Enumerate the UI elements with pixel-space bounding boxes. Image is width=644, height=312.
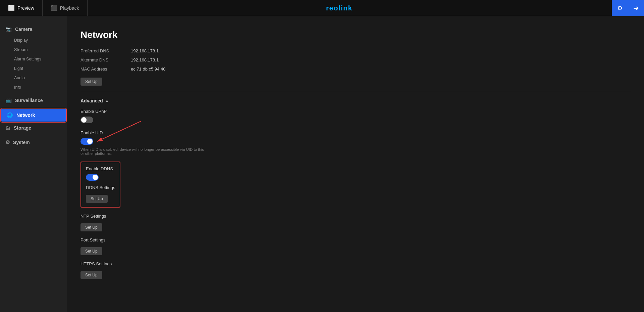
network-label: Network [16, 113, 35, 118]
network-icon: 🌐 [7, 112, 13, 118]
light-label: Light [14, 66, 23, 71]
system-icon: ⚙ [5, 139, 10, 145]
setting-ntp: NTP Settings Set Up [80, 214, 631, 231]
sidebar-surveillance-header[interactable]: 📺 Surveillance [0, 94, 67, 107]
sidebar-section-camera: 📷 Camera Display Stream Alarm Settings L… [0, 23, 67, 92]
advanced-label: Advanced [80, 98, 103, 103]
preferred-dns-label: Preferred DNS [80, 48, 124, 53]
setting-port: Port Settings Set Up [80, 237, 631, 255]
preview-icon: ⬜ [8, 5, 15, 11]
uid-toggle[interactable] [80, 138, 93, 145]
reolink-logo: reolink [326, 3, 373, 13]
preview-tab[interactable]: ⬜ Preview [0, 0, 43, 16]
layout: 📷 Camera Display Stream Alarm Settings L… [0, 16, 644, 312]
ntp-settings-label: NTP Settings [80, 214, 631, 219]
https-settings-label: HTTPS Settings [80, 261, 631, 266]
stream-label: Stream [14, 47, 28, 52]
surveillance-label: Surveillance [15, 98, 43, 103]
preferred-dns-value: 192.168.178.1 [131, 48, 159, 53]
enable-uid-label: Enable UID [80, 130, 631, 135]
mac-address-label: MAC Address [80, 66, 124, 72]
mac-address-row: MAC Address ec:71:db:c5:94:40 [80, 66, 631, 72]
preferred-dns-row: Preferred DNS 192.168.178.1 [80, 48, 631, 53]
page-title: Network [80, 30, 631, 40]
settings-icon: ⚙ [617, 4, 623, 12]
sidebar-system-header[interactable]: ⚙ System [0, 136, 67, 149]
divider-1 [80, 92, 631, 92]
uid-desc: When UID is disabled, device will no lon… [80, 147, 208, 155]
sidebar-storage-header[interactable]: 🗂 Storage [0, 122, 67, 134]
sidebar-section-system: ⚙ System [0, 136, 67, 149]
camera-label: Camera [15, 27, 32, 32]
alternate-dns-row: Alternate DNS 192.168.178.1 [80, 57, 631, 62]
display-label: Display [14, 38, 28, 43]
sidebar-section-surveillance: 📺 Surveillance [0, 94, 67, 107]
sidebar-item-info[interactable]: Info [0, 83, 67, 92]
playback-icon: ⬛ [51, 5, 57, 11]
setting-uid: Enable UID When UID is disabled, device … [80, 130, 631, 155]
topbar-left: ⬜ Preview ⬛ Playback [0, 0, 88, 16]
upnp-toggle[interactable] [80, 117, 93, 123]
port-setup-button[interactable]: Set Up [80, 247, 102, 255]
alternate-dns-value: 192.168.178.1 [131, 57, 159, 62]
enable-upnp-label: Enable UPnP [80, 109, 631, 114]
enable-ddns-label: Enable DDNS [86, 166, 115, 171]
surveillance-icon: 📺 [5, 97, 12, 103]
sidebar-item-light[interactable]: Light [0, 64, 67, 73]
ntp-setup-button[interactable]: Set Up [80, 223, 102, 231]
upnp-toggle-knob [81, 117, 87, 123]
topbar-right: ⚙ ➜ [612, 0, 644, 16]
topbar-logo: reolink [88, 3, 612, 13]
uid-toggle-knob [87, 139, 93, 144]
sidebar-item-display[interactable]: Display [0, 36, 67, 45]
preview-label: Preview [17, 5, 34, 11]
storage-icon: 🗂 [5, 125, 10, 131]
sidebar-section-storage: 🗂 Storage [0, 122, 67, 134]
storage-label: Storage [14, 125, 31, 131]
network-setup-button[interactable]: Set Up [80, 78, 102, 86]
setting-ddns: Enable DDNS [86, 166, 115, 182]
setting-upnp: Enable UPnP [80, 109, 631, 124]
ddns-settings-label: DDNS Settings [86, 185, 115, 190]
playback-label: Playback [60, 5, 79, 11]
sidebar-camera-header[interactable]: 📷 Camera [0, 23, 67, 36]
ddns-toggle-knob [93, 175, 98, 180]
ddns-highlight-box: Enable DDNS DDNS Settings Set Up [80, 162, 120, 208]
ddns-settings-item: DDNS Settings Set Up [86, 185, 115, 203]
audio-label: Audio [14, 76, 25, 80]
mac-address-value: ec:71:db:c5:94:40 [131, 66, 165, 72]
exit-icon: ➜ [633, 4, 639, 12]
advanced-arrow-icon: ▲ [105, 98, 109, 103]
playback-tab[interactable]: ⬛ Playback [43, 0, 88, 16]
camera-icon: 📷 [5, 26, 12, 32]
main-content: Network Preferred DNS 192.168.178.1 Alte… [67, 16, 644, 312]
port-settings-label: Port Settings [80, 237, 631, 242]
svg-text:reolink: reolink [326, 4, 353, 12]
sidebar-item-network[interactable]: 🌐 Network [1, 109, 66, 122]
exit-button[interactable]: ➜ [628, 0, 644, 16]
ddns-setup-button[interactable]: Set Up [86, 195, 108, 203]
alarm-settings-label: Alarm Settings [14, 57, 41, 61]
sidebar-item-audio[interactable]: Audio [0, 73, 67, 83]
sidebar-item-alarm-settings[interactable]: Alarm Settings [0, 54, 67, 64]
settings-button[interactable]: ⚙ [612, 0, 628, 16]
https-setup-button[interactable]: Set Up [80, 271, 102, 279]
system-label: System [13, 140, 30, 145]
info-label: Info [14, 85, 21, 90]
alternate-dns-label: Alternate DNS [80, 57, 124, 62]
sidebar: 📷 Camera Display Stream Alarm Settings L… [0, 16, 67, 312]
ddns-toggle[interactable] [86, 174, 99, 181]
setting-https: HTTPS Settings Set Up [80, 261, 631, 279]
advanced-header[interactable]: Advanced ▲ [80, 98, 631, 103]
topbar: ⬜ Preview ⬛ Playback reolink ⚙ ➜ [0, 0, 644, 16]
sidebar-item-stream[interactable]: Stream [0, 45, 67, 54]
